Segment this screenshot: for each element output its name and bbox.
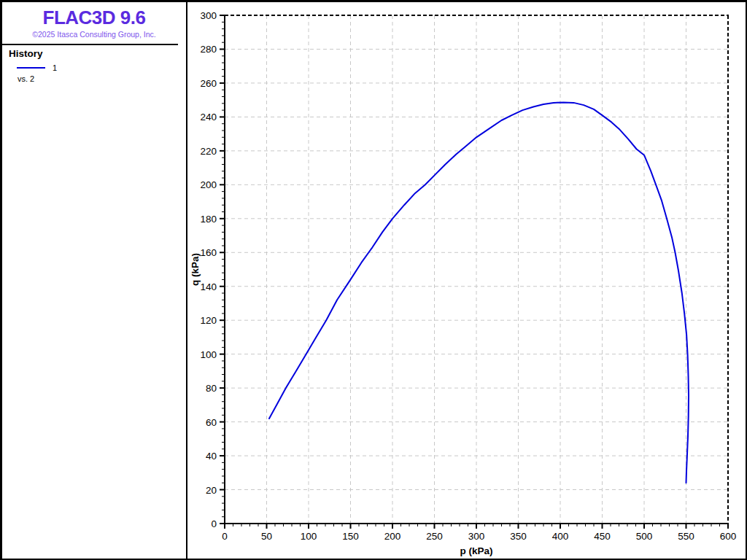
legend-vs-label: vs. 2 xyxy=(18,74,186,83)
legend-label: 1 xyxy=(53,63,57,72)
x-tick-label: 300 xyxy=(468,531,485,542)
x-tick-label: 550 xyxy=(678,531,694,542)
flac3d-plot-window: FLAC3D 9.6 ©2025 Itasca Consulting Group… xyxy=(0,0,747,560)
y-axis-title: q (kPa) xyxy=(190,253,201,286)
y-tick-label: 300 xyxy=(200,10,217,21)
app-title: FLAC3D 9.6 xyxy=(2,7,186,29)
y-tick-label: 140 xyxy=(200,281,217,292)
y-tick-label: 220 xyxy=(200,146,217,157)
pq-history-chart[interactable]: 0501001502002503003504004505005506000204… xyxy=(187,2,746,559)
legend-item-history-1: 1 xyxy=(17,63,186,72)
y-tick-label: 60 xyxy=(206,417,217,428)
copyright-text: ©2025 Itasca Consulting Group, Inc. xyxy=(2,30,186,39)
y-tick-label: 0 xyxy=(211,518,217,529)
plot-legend-sidebar: FLAC3D 9.6 ©2025 Itasca Consulting Group… xyxy=(2,2,186,559)
y-tick-label: 120 xyxy=(200,315,217,326)
x-tick-label: 0 xyxy=(222,531,228,542)
y-tick-label: 20 xyxy=(206,485,217,496)
chart-panel[interactable]: 0501001502002503003504004505005506000204… xyxy=(187,2,746,559)
x-axis-title: p (kPa) xyxy=(460,545,492,556)
y-tick-label: 40 xyxy=(206,451,217,462)
y-tick-label: 260 xyxy=(200,78,217,89)
sidebar-separator xyxy=(2,44,178,45)
x-tick-label: 500 xyxy=(636,531,653,542)
x-tick-label: 450 xyxy=(594,531,611,542)
x-tick-label: 200 xyxy=(384,531,401,542)
history-curve xyxy=(269,102,689,483)
x-tick-label: 350 xyxy=(510,531,527,542)
x-tick-label: 250 xyxy=(426,531,443,542)
x-tick-label: 150 xyxy=(342,531,359,542)
y-tick-label: 80 xyxy=(206,383,217,394)
x-tick-label: 50 xyxy=(261,531,272,542)
legend-line-swatch xyxy=(17,67,45,69)
x-tick-label: 600 xyxy=(720,531,737,542)
history-section-header: History xyxy=(9,48,186,59)
y-tick-label: 200 xyxy=(200,179,217,190)
x-tick-label: 400 xyxy=(552,531,569,542)
y-tick-label: 240 xyxy=(200,112,217,122)
y-tick-label: 160 xyxy=(200,247,217,258)
x-tick-label: 100 xyxy=(301,531,317,542)
y-tick-label: 100 xyxy=(200,349,217,360)
y-tick-label: 180 xyxy=(200,214,217,225)
y-tick-label: 280 xyxy=(200,44,217,55)
